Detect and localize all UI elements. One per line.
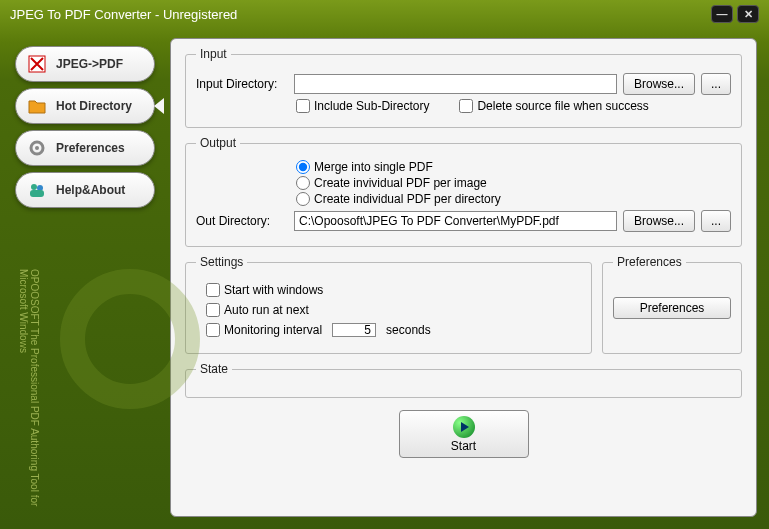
settings-group: Settings Start with windows Auto run at … (185, 255, 592, 354)
input-more-button[interactable]: ... (701, 73, 731, 95)
radio-merge-single[interactable]: Merge into single PDF (296, 160, 731, 174)
output-more-button[interactable]: ... (701, 210, 731, 232)
vertical-brand-text: OPOOSOFT The Professional PDF Authoring … (18, 269, 40, 509)
interval-value-field[interactable] (332, 323, 376, 337)
nav-label: Preferences (56, 141, 125, 155)
nav-jpeg-to-pdf[interactable]: JPEG->PDF (15, 46, 155, 82)
output-browse-button[interactable]: Browse... (623, 210, 695, 232)
svg-point-3 (31, 184, 37, 190)
start-with-windows-checkbox[interactable]: Start with windows (206, 283, 581, 297)
output-group: Output Merge into single PDF Create invi… (185, 136, 742, 247)
pdf-icon (26, 53, 48, 75)
svg-point-2 (35, 146, 39, 150)
input-legend: Input (196, 47, 231, 61)
seconds-label: seconds (386, 323, 431, 337)
include-subdir-checkbox[interactable]: Include Sub-Directory (296, 99, 429, 113)
input-dir-label: Input Directory: (196, 77, 288, 91)
nav-hot-directory[interactable]: Hot Directory (15, 88, 155, 124)
minimize-button[interactable]: — (711, 5, 733, 23)
decorative-circle (60, 269, 200, 409)
delete-source-checkbox[interactable]: Delete source file when success (459, 99, 648, 113)
radio-per-image[interactable]: Create invividual PDF per image (296, 176, 731, 190)
out-dir-field[interactable] (294, 211, 617, 231)
settings-legend: Settings (196, 255, 247, 269)
nav-preferences[interactable]: Preferences (15, 130, 155, 166)
output-legend: Output (196, 136, 240, 150)
input-group: Input Input Directory: Browse... ... Inc… (185, 47, 742, 128)
state-group: State (185, 362, 742, 398)
titlebar: JPEG To PDF Converter - Unregistered — ✕ (0, 0, 769, 28)
people-icon (26, 179, 48, 201)
svg-rect-5 (30, 190, 44, 197)
radio-per-directory[interactable]: Create individual PDF per directory (296, 192, 731, 206)
sidebar: JPEG->PDF Hot Directory Preferences Help… (0, 28, 170, 529)
state-legend: State (196, 362, 232, 376)
start-label: Start (451, 439, 476, 453)
input-dir-field[interactable] (294, 74, 617, 94)
nav-help-about[interactable]: Help&About (15, 172, 155, 208)
nav-label: Hot Directory (56, 99, 132, 113)
nav-label: Help&About (56, 183, 125, 197)
gear-icon (26, 137, 48, 159)
start-button[interactable]: Start (399, 410, 529, 458)
auto-run-checkbox[interactable]: Auto run at next (206, 303, 581, 317)
window-title: JPEG To PDF Converter - Unregistered (10, 7, 707, 22)
close-button[interactable]: ✕ (737, 5, 759, 23)
out-dir-label: Out Directory: (196, 214, 288, 228)
play-icon (453, 416, 475, 438)
content-panel: Input Input Directory: Browse... ... Inc… (170, 38, 757, 517)
monitoring-interval-label: Monitoring interval (224, 323, 322, 337)
preferences-legend: Preferences (613, 255, 686, 269)
input-browse-button[interactable]: Browse... (623, 73, 695, 95)
monitoring-interval-checkbox[interactable] (206, 323, 220, 337)
preferences-button[interactable]: Preferences (613, 297, 731, 319)
preferences-group: Preferences Preferences (602, 255, 742, 354)
nav-label: JPEG->PDF (56, 57, 123, 71)
folder-icon (26, 95, 48, 117)
